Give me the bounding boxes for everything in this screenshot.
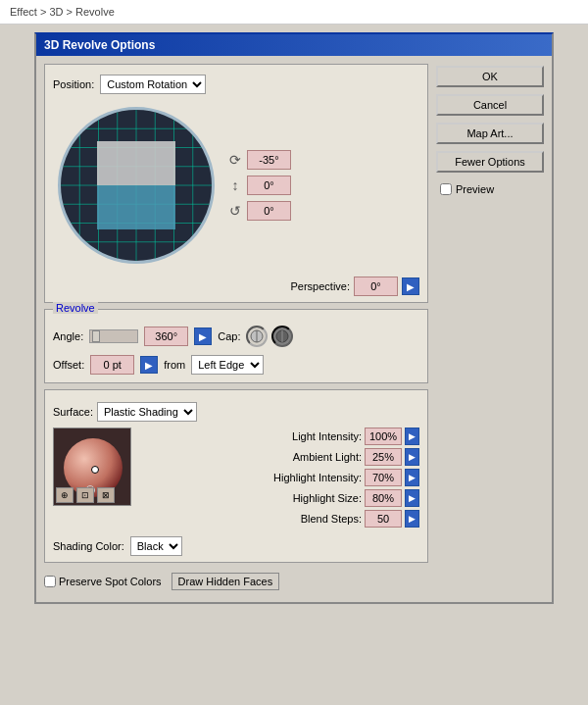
rotation-y-row: ↕ 0° xyxy=(227,176,291,195)
offset-label: Offset: xyxy=(53,359,84,371)
light-btn-2[interactable]: ⊡ xyxy=(76,487,94,503)
highlight-intensity-arrow[interactable]: ▶ xyxy=(405,469,419,486)
highlight-size-row: Highlight Size: 80% ▶ xyxy=(139,489,419,507)
light-preview[interactable]: ⊕ ⊡ ⊠ xyxy=(53,428,131,506)
cap-on-icon[interactable] xyxy=(246,326,268,347)
shading-color-row: Shading Color: Black xyxy=(53,536,419,556)
light-dot[interactable] xyxy=(91,466,99,474)
light-intensity-row: Light Intensity: 100% ▶ xyxy=(139,428,419,445)
angle-arrow-btn[interactable]: ▶ xyxy=(194,327,212,345)
highlight-size-label: Highlight Size: xyxy=(264,492,362,504)
preserve-spot-checkbox[interactable] xyxy=(44,576,56,587)
highlight-intensity-value[interactable]: 70% xyxy=(365,469,402,486)
from-select[interactable]: Left Edge xyxy=(191,355,264,375)
position-select[interactable]: Custom Rotation xyxy=(100,75,206,94)
draw-hidden-button[interactable]: Draw Hidden Faces xyxy=(172,573,280,590)
surface-content: ⊕ ⊡ ⊠ Light Intensity: 100% ▶ xyxy=(53,428,419,530)
dialog-3d-revolve: 3D Revolve Options Position: Custom Rota… xyxy=(34,32,554,604)
perspective-label: Perspective: xyxy=(290,280,350,292)
ambient-light-value[interactable]: 25% xyxy=(365,448,402,466)
rotation-x-value[interactable]: -35° xyxy=(247,150,291,170)
rotation-y-value[interactable]: 0° xyxy=(247,176,291,195)
rotation-z-row: ↺ 0° xyxy=(227,201,291,221)
blend-steps-value[interactable]: 50 xyxy=(365,510,402,528)
ok-button[interactable]: OK xyxy=(436,66,544,87)
from-label: from xyxy=(164,359,185,371)
ambient-light-arrow[interactable]: ▶ xyxy=(405,448,419,466)
ambient-light-row: Ambient Light: 25% ▶ xyxy=(139,448,419,466)
preview-label: Preview xyxy=(456,183,494,195)
surface-label: Surface: xyxy=(53,406,93,418)
blend-steps-label: Blend Steps: xyxy=(264,513,362,525)
light-intensity-label: Light Intensity: xyxy=(264,430,362,442)
position-label: Position: xyxy=(53,78,94,90)
angle-value[interactable]: 360° xyxy=(144,327,188,346)
dialog-title: 3D Revolve Options xyxy=(36,34,552,56)
surface-header: Surface: Plastic Shading xyxy=(53,402,419,422)
cap-off-icon[interactable] xyxy=(271,326,293,347)
angle-slider[interactable] xyxy=(89,329,138,343)
cap-icons xyxy=(246,326,293,347)
preserve-spot-label[interactable]: Preserve Spot Colors xyxy=(44,576,162,587)
rotation-controls: ⟳ -35° ↕ 0° ↺ 0° xyxy=(227,150,291,221)
intensity-table: Light Intensity: 100% ▶ Ambient Light: 2… xyxy=(139,428,419,530)
cap-label: Cap: xyxy=(218,330,240,342)
offset-value[interactable]: 0 pt xyxy=(90,355,134,375)
angle-label: Angle: xyxy=(53,330,83,342)
light-btn-3[interactable]: ⊠ xyxy=(97,487,115,503)
light-controls-row: ⊕ ⊡ ⊠ xyxy=(56,487,115,503)
perspective-arrow-btn[interactable]: ▶ xyxy=(402,277,419,295)
highlight-size-arrow[interactable]: ▶ xyxy=(405,489,419,507)
offset-arrow-btn[interactable]: ▶ xyxy=(140,356,158,374)
light-btn-1[interactable]: ⊕ xyxy=(56,487,74,503)
shape-top xyxy=(97,141,175,185)
revolve-title: Revolve xyxy=(53,302,98,314)
rotate-x-icon: ⟳ xyxy=(227,152,243,168)
revolve-offset-row: Offset: 0 pt ▶ from Left Edge xyxy=(53,355,419,375)
shading-color-select[interactable]: Black xyxy=(130,536,182,556)
blend-steps-row: Blend Steps: 50 ▶ xyxy=(139,510,419,528)
breadcrumb: Effect > 3D > Revolve xyxy=(0,0,588,25)
highlight-intensity-label: Highlight Intensity: xyxy=(264,472,362,483)
surface-select[interactable]: Plastic Shading xyxy=(97,402,197,422)
highlight-intensity-row: Highlight Intensity: 70% ▶ xyxy=(139,469,419,486)
ambient-light-label: Ambient Light: xyxy=(264,451,362,463)
revolve-angle-row: Angle: 360° ▶ Cap: xyxy=(53,326,419,347)
shape-preview xyxy=(97,141,175,229)
revolve-section: Revolve Angle: 360° ▶ Cap: xyxy=(44,309,428,383)
light-intensity-value[interactable]: 100% xyxy=(365,428,402,445)
fewer-options-button[interactable]: Fewer Options xyxy=(436,151,544,173)
perspective-value[interactable]: 0° xyxy=(354,277,398,296)
shading-color-label: Shading Color: xyxy=(53,540,124,552)
rotate-y-icon: ↕ xyxy=(227,177,243,193)
left-panel: Position: Custom Rotation xyxy=(44,64,428,594)
preview-row: Preview xyxy=(436,183,544,195)
cancel-button[interactable]: Cancel xyxy=(436,94,544,116)
preserve-spot-text: Preserve Spot Colors xyxy=(59,576,162,587)
rotation-z-value[interactable]: 0° xyxy=(247,201,291,221)
right-panel: OK Cancel Map Art... Fewer Options Previ… xyxy=(436,64,544,594)
blend-steps-arrow[interactable]: ▶ xyxy=(405,510,419,528)
slider-thumb[interactable] xyxy=(92,330,100,342)
bottom-row: Preserve Spot Colors Draw Hidden Faces xyxy=(44,569,428,594)
position-section: Position: Custom Rotation xyxy=(44,64,428,303)
shape-bottom xyxy=(97,185,175,229)
surface-section: Surface: Plastic Shading xyxy=(44,389,428,563)
sphere-background xyxy=(58,107,215,264)
rotation-sphere[interactable] xyxy=(53,102,220,269)
slider-track[interactable] xyxy=(89,329,138,343)
light-intensity-arrow[interactable]: ▶ xyxy=(405,428,419,445)
map-art-button[interactable]: Map Art... xyxy=(436,123,544,144)
perspective-row: Perspective: 0° ▶ xyxy=(53,277,419,296)
rotation-x-row: ⟳ -35° xyxy=(227,150,291,170)
rotate-z-icon: ↺ xyxy=(227,203,243,219)
preview-checkbox[interactable] xyxy=(440,183,452,195)
highlight-size-value[interactable]: 80% xyxy=(365,489,402,507)
